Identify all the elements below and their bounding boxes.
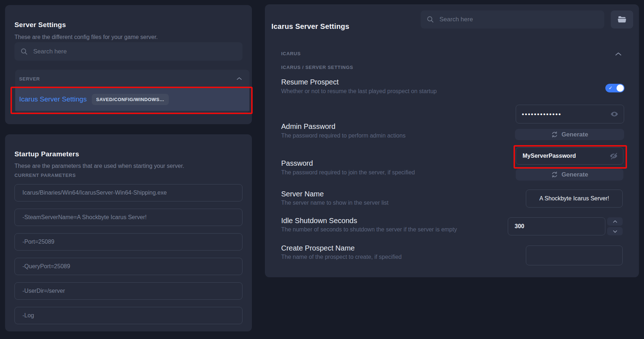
startup-parameter-log[interactable] (14, 307, 242, 324)
admin-password-label: Admin Password (281, 122, 335, 131)
config-file-item-icarus[interactable]: Icarus Server Settings SAVED/CONFIG/WIND… (15, 88, 249, 111)
stepper-up-button[interactable] (607, 217, 623, 226)
server-name-description: The server name to show in the server li… (281, 200, 388, 206)
config-panel-subtitle: These are the different config files for… (14, 34, 158, 40)
icarus-settings-panel: Icarus Server Settings ICARUS ICARUS / S… (265, 4, 639, 277)
startup-parameters-panel: Startup Parameters These are the paramet… (5, 134, 252, 331)
resume-prospect-description: Whether or not to resume the last played… (281, 88, 437, 95)
generate-button-label: Generate (562, 131, 588, 138)
password-description: The password required to join the server… (281, 169, 415, 176)
search-icon (20, 48, 28, 56)
admin-password-input[interactable]: ••••••••••••• (516, 105, 624, 123)
chevron-down-icon (612, 229, 618, 234)
folder-icon (617, 15, 627, 24)
config-panel-title: Server Settings (14, 21, 66, 29)
chevron-up-icon[interactable] (236, 75, 243, 82)
eye-off-icon[interactable] (609, 152, 618, 160)
config-file-link[interactable]: Icarus Server Settings (19, 95, 87, 103)
generate-button-label: Generate (562, 171, 588, 178)
server-settings-page: Server Settings These are the different … (0, 0, 644, 339)
create-prospect-description: The name of the prospect to create, if s… (281, 254, 402, 260)
stepper-down-button[interactable] (607, 227, 623, 235)
search-icon (426, 16, 434, 23)
server-section-label: SERVER (19, 76, 40, 82)
eye-icon[interactable] (610, 110, 619, 118)
password-label: Password (281, 159, 313, 168)
password-input[interactable] (516, 147, 623, 165)
idle-shutdown-label: Idle Shutdown Seconds (281, 217, 357, 225)
create-prospect-input[interactable] (526, 245, 623, 265)
config-file-list: SERVER Icarus Server Settings SAVED/CONF… (15, 70, 249, 113)
startup-parameter-steamservername[interactable] (14, 209, 242, 226)
file-browser-button[interactable] (611, 10, 633, 29)
config-search-box (14, 42, 242, 61)
startup-parameter-executable[interactable] (14, 184, 242, 201)
config-files-panel: Server Settings These are the different … (5, 5, 252, 124)
subgroup-label-server-settings: ICARUS / SERVER SETTINGS (281, 65, 353, 70)
server-name-label: Server Name (281, 190, 324, 198)
settings-search-input[interactable] (439, 16, 598, 23)
startup-parameter-queryport[interactable] (14, 258, 242, 275)
idle-shutdown-input[interactable] (508, 217, 605, 235)
startup-parameter-userdir[interactable] (14, 282, 242, 300)
server-name-input[interactable] (526, 190, 623, 208)
idle-shutdown-description: The number of seconds to shutdown the se… (281, 226, 457, 233)
server-section-header[interactable]: SERVER (15, 70, 249, 88)
chevron-up-icon (612, 219, 618, 224)
refresh-icon (551, 171, 558, 178)
config-search-input[interactable] (33, 48, 237, 56)
settings-search-box (421, 10, 604, 29)
toggle-knob (617, 84, 624, 92)
generate-password-button[interactable]: Generate (516, 169, 623, 181)
resume-prospect-label: Resume Prospect (281, 78, 339, 86)
generate-admin-password-button[interactable]: Generate (515, 129, 624, 140)
group-label-icarus: ICARUS (281, 51, 301, 56)
resume-prospect-toggle[interactable]: ✓ (605, 84, 624, 92)
startup-panel-title: Startup Parameters (14, 150, 79, 158)
chevron-up-icon[interactable] (614, 50, 623, 58)
create-prospect-label: Create Prospect Name (281, 244, 355, 252)
check-icon: ✓ (609, 85, 613, 91)
password-value-input[interactable] (522, 152, 609, 160)
current-parameters-label: CURRENT PARAMETERS (14, 173, 76, 178)
admin-password-description: The password required to perform admin a… (281, 132, 405, 139)
config-file-path-badge: SAVED/CONFIG/WINDOWS… (92, 94, 169, 105)
masked-password-value: ••••••••••••• (522, 111, 562, 117)
refresh-icon (551, 131, 558, 138)
settings-panel-title: Icarus Server Settings (271, 22, 349, 31)
startup-panel-subtitle: These are the parameters that are used w… (14, 163, 184, 169)
startup-parameter-port[interactable] (14, 233, 242, 251)
